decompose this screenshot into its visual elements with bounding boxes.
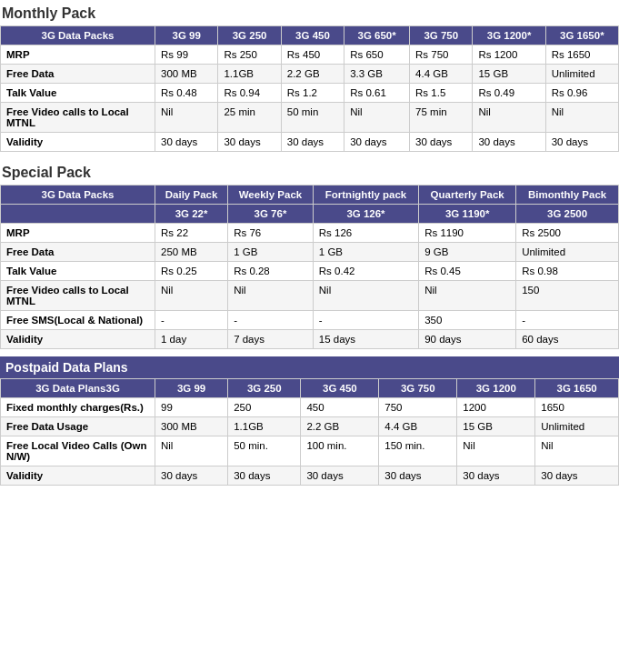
monthly-col-header-6: 3G 1200* <box>473 26 545 45</box>
special-cell-4-0: - <box>155 311 228 330</box>
postpaid-cell-1-1: 1.1GB <box>228 417 301 436</box>
postpaid-cell-3-1: 30 days <box>228 466 301 486</box>
postpaid-cell-1-0: 300 MB <box>155 417 228 436</box>
monthly-col-header-3: 3G 450 <box>281 26 344 45</box>
special-col-header-2: Weekly Pack <box>228 186 314 205</box>
special-cell-2-3: Rs 0.45 <box>419 262 516 281</box>
monthly-row-label-3: Free Video calls to Local MTNL <box>1 103 155 133</box>
postpaid-cell-3-2: 30 days <box>301 466 379 486</box>
monthly-row-label-1: Free Data <box>1 65 155 84</box>
special-col-header-1: Daily Pack <box>155 186 228 205</box>
monthly-cell-3-2: 50 min <box>281 103 344 133</box>
special-row-5: Validity1 day7 days15 days90 days60 days <box>1 330 619 349</box>
monthly-cell-1-0: 300 MB <box>155 65 218 84</box>
monthly-cell-3-0: Nil <box>155 103 218 133</box>
postpaid-cell-2-4: Nil <box>457 436 535 466</box>
special-col-header-5: Bimonthly Pack <box>516 186 619 205</box>
monthly-cell-4-2: 30 days <box>281 133 344 152</box>
monthly-cell-2-2: Rs 1.2 <box>281 84 344 103</box>
special-cell-3-0: Nil <box>155 281 228 311</box>
special-cell-4-2: - <box>313 311 418 330</box>
special-sub-0 <box>1 205 155 224</box>
special-cell-1-2: 1 GB <box>313 243 418 262</box>
special-row-label-2: Talk Value <box>1 262 155 281</box>
monthly-row-3: Free Video calls to Local MTNLNil25 min5… <box>1 103 619 133</box>
monthly-cell-4-0: 30 days <box>155 133 218 152</box>
special-cell-0-0: Rs 22 <box>155 224 228 243</box>
postpaid-cell-0-1: 250 <box>228 398 301 417</box>
monthly-table: 3G Data Packs 3G 99 3G 250 3G 450 3G 650… <box>0 25 619 152</box>
monthly-row-2: Talk ValueRs 0.48Rs 0.94Rs 1.2Rs 0.61Rs … <box>1 84 619 103</box>
postpaid-cell-0-4: 1200 <box>457 398 535 417</box>
postpaid-cell-2-3: 150 min. <box>379 436 457 466</box>
special-row-label-0: MRP <box>1 224 155 243</box>
special-row-3: Free Video calls to Local MTNLNilNilNilN… <box>1 281 619 311</box>
special-sub-4: 3G 1190* <box>419 205 516 224</box>
special-cell-1-4: Unlimited <box>516 243 619 262</box>
postpaid-cell-2-1: 50 min. <box>228 436 301 466</box>
special-cell-2-2: Rs 0.42 <box>313 262 418 281</box>
special-title: Special Pack <box>0 159 619 185</box>
postpaid-cell-1-4: 15 GB <box>457 417 535 436</box>
postpaid-title: Postpaid Data Plans <box>0 356 619 378</box>
special-cell-5-1: 7 days <box>228 330 314 349</box>
monthly-cell-3-4: 75 min <box>410 103 473 133</box>
monthly-cell-0-4: Rs 750 <box>410 45 473 65</box>
special-cell-5-2: 15 days <box>313 330 418 349</box>
monthly-col-header-1: 3G 99 <box>155 26 218 45</box>
postpaid-cell-3-3: 30 days <box>379 466 457 486</box>
postpaid-cell-2-2: 100 min. <box>301 436 379 466</box>
special-row-4: Free SMS(Local & National)---350- <box>1 311 619 330</box>
special-row-2: Talk ValueRs 0.25Rs 0.28Rs 0.42Rs 0.45Rs… <box>1 262 619 281</box>
special-cell-0-4: Rs 2500 <box>516 224 619 243</box>
postpaid-cell-2-0: Nil <box>155 436 228 466</box>
special-cell-3-1: Nil <box>228 281 314 311</box>
monthly-cell-1-1: 1.1GB <box>218 65 281 84</box>
special-row-label-4: Free SMS(Local & National) <box>1 311 155 330</box>
special-cell-3-3: Nil <box>419 281 516 311</box>
monthly-col-header-4: 3G 650* <box>344 26 410 45</box>
monthly-col-header-5: 3G 750 <box>410 26 473 45</box>
special-cell-1-3: 9 GB <box>419 243 516 262</box>
special-cell-5-3: 90 days <box>419 330 516 349</box>
monthly-cell-0-1: Rs 250 <box>218 45 281 65</box>
special-cell-4-3: 350 <box>419 311 516 330</box>
postpaid-table: 3G Data Plans3G 3G 99 3G 250 3G 450 3G 7… <box>0 378 619 486</box>
monthly-cell-4-1: 30 days <box>218 133 281 152</box>
monthly-cell-3-6: Nil <box>545 103 618 133</box>
postpaid-col-5: 3G 1200 <box>457 379 535 398</box>
postpaid-col-0: 3G Data Plans3G <box>1 379 155 398</box>
special-sub-1: 3G 22* <box>155 205 228 224</box>
special-cell-2-0: Rs 0.25 <box>155 262 228 281</box>
postpaid-col-3: 3G 450 <box>301 379 379 398</box>
monthly-title: Monthly Pack <box>0 0 619 25</box>
special-row-1: Free Data250 MB1 GB1 GB9 GBUnlimited <box>1 243 619 262</box>
monthly-cell-1-4: 4.4 GB <box>410 65 473 84</box>
special-cell-3-2: Nil <box>313 281 418 311</box>
monthly-row-0: MRPRs 99Rs 250Rs 450Rs 650Rs 750Rs 1200R… <box>1 45 619 65</box>
postpaid-cell-2-5: Nil <box>535 436 619 466</box>
special-cell-0-3: Rs 1190 <box>419 224 516 243</box>
postpaid-header-row: 3G Data Plans3G 3G 99 3G 250 3G 450 3G 7… <box>1 379 619 398</box>
special-subheader-row: 3G 22* 3G 76* 3G 126* 3G 1190* 3G 2500 <box>1 205 619 224</box>
special-cell-5-0: 1 day <box>155 330 228 349</box>
monthly-row-4: Validity30 days30 days30 days30 days30 d… <box>1 133 619 152</box>
special-cell-3-4: 150 <box>516 281 619 311</box>
special-cell-4-1: - <box>228 311 314 330</box>
postpaid-row-1: Free Data Usage300 MB1.1GB2.2 GB4.4 GB15… <box>1 417 619 436</box>
monthly-cell-0-5: Rs 1200 <box>473 45 545 65</box>
special-col-header-0: 3G Data Packs <box>1 186 155 205</box>
postpaid-row-label-1: Free Data Usage <box>1 417 155 436</box>
special-row-label-3: Free Video calls to Local MTNL <box>1 281 155 311</box>
monthly-cell-0-2: Rs 450 <box>281 45 344 65</box>
special-sub-3: 3G 126* <box>313 205 418 224</box>
special-cell-2-1: Rs 0.28 <box>228 262 314 281</box>
special-cell-0-1: Rs 76 <box>228 224 314 243</box>
monthly-cell-4-4: 30 days <box>410 133 473 152</box>
special-row-label-1: Free Data <box>1 243 155 262</box>
monthly-col-header-2: 3G 250 <box>218 26 281 45</box>
monthly-col-header-7: 3G 1650* <box>545 26 618 45</box>
monthly-cell-4-6: 30 days <box>545 133 618 152</box>
postpaid-cell-0-0: 99 <box>155 398 228 417</box>
monthly-cell-0-6: Rs 1650 <box>545 45 618 65</box>
